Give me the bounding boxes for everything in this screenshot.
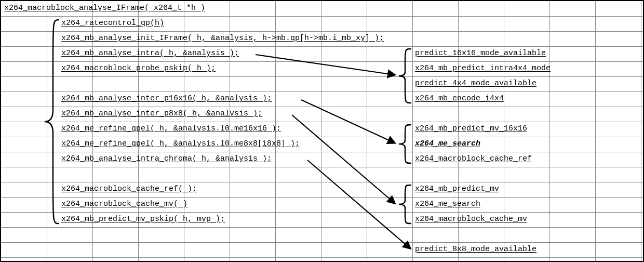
group-b-1: x264_me_search — [414, 137, 480, 151]
diagram-canvas: x264_macroblock_analyse_IFrame( x264_t *… — [0, 0, 644, 262]
brace-main — [45, 20, 59, 224]
brace-group-a — [399, 49, 411, 103]
group-a-2: predict_4x4_mode_available — [414, 76, 536, 91]
left-call-2: x264_mb_analyse_intra( h, &analysis ); — [60, 46, 239, 61]
tail-fn: predict_8x8_mode_available — [414, 242, 536, 257]
group-b-0: x264_mb_predict_mv_16x16 — [414, 122, 527, 136]
left-call-8: x264_mb_analyse_intra_chroma( h, &analys… — [60, 152, 272, 166]
left-call-5: x264_mb_analyse_inter_p8x8( h, &analysis… — [60, 107, 262, 121]
group-a-3: x264_mb_encode_i4x4 — [414, 91, 504, 106]
left-call-3: x264_macroblock_probe_pskip( h ); — [60, 61, 216, 76]
arrow-to-tail — [307, 160, 410, 248]
brace-group-b — [399, 125, 411, 163]
header-fn: x264_macroblock_analyse_IFrame( x264_t *… — [3, 1, 205, 16]
brace-group-c — [399, 185, 411, 224]
left-call-4: x264_mb_analyse_inter_p16x16( h, &analys… — [60, 91, 272, 106]
arrow-to-group-a — [256, 55, 395, 75]
left-call-9: x264_macroblock_cache_ref( ); — [60, 182, 197, 197]
group-a-1: x264_mb_predict_intra4x4_mode — [414, 61, 551, 76]
group-a-0: predict_16x16_mode_available — [414, 46, 546, 61]
left-call-10: x264_macroblock_cache_mv( ) — [60, 197, 187, 212]
group-c-2: x264_macroblock_cache_mv — [414, 212, 527, 227]
arrow-to-group-b — [301, 100, 395, 143]
left-call-6: x264_me_refine_qpel( h, &analysis.l0.me1… — [60, 122, 281, 136]
arrow-to-group-c — [292, 115, 395, 203]
group-c-0: x264_mb_predict_mv — [414, 182, 499, 197]
left-call-11: x264_mb_predict_mv_pskip( h, mvp ); — [60, 212, 225, 227]
left-call-1: x264_mb_analyse_init_IFrame( h, &analysi… — [60, 31, 384, 46]
left-call-0: x264_ratecontrol_qp(h) — [60, 16, 164, 31]
group-b-2: x264_macroblock_cache_ref — [414, 152, 532, 166]
group-c-1: x264_me_search — [414, 197, 480, 212]
left-call-7: x264_me_refine_qpel( h, &analysis.l0.me8… — [60, 137, 300, 151]
